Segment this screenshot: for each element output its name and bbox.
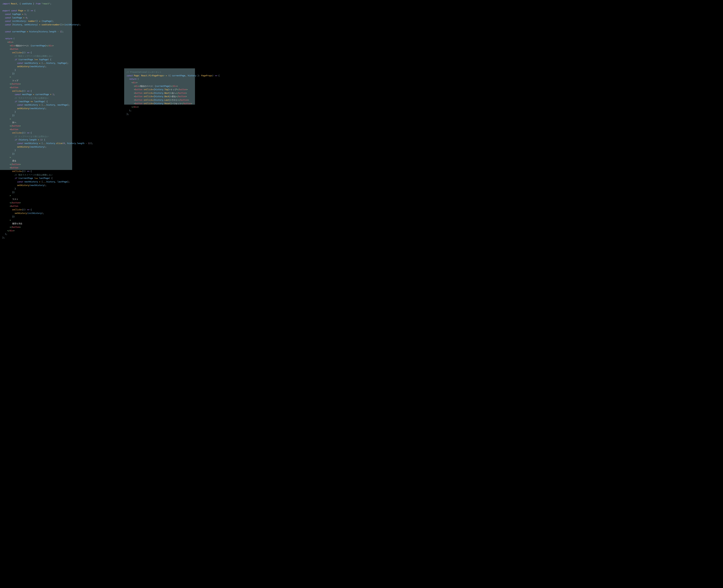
code-line: 次へ: [2, 121, 16, 124]
code-line: const nextHistory = [...history, nextPag…: [2, 104, 69, 106]
code-line: // 現在トップページの場合は移動しない: [2, 55, 53, 57]
code-line: <button onClick={history.Reset}>リセット</bu…: [126, 102, 192, 105]
code-line: const initHistory: number[] = [topPage];: [2, 20, 54, 22]
code-line: >: [2, 219, 11, 222]
code-line: const [history, setHistory] = useState<n…: [2, 23, 81, 26]
code-line: return (: [126, 78, 139, 80]
comment-presentational: // Presentationalコンポーネント: [126, 71, 162, 73]
code-line: <button: [2, 128, 18, 131]
button-reset-label: リセット: [173, 102, 181, 105]
button-last-label: ラスト: [12, 198, 18, 201]
code-line: );: [126, 109, 132, 112]
button-top-label: トップ: [12, 79, 18, 82]
text-current-page-label: 現在のページ:: [140, 85, 155, 87]
code-line: </button>: [2, 226, 21, 228]
code-line: }}: [2, 114, 15, 117]
code-line: }: [2, 69, 16, 71]
code-block-left: import React, { useState } from "react";…: [0, 0, 72, 170]
code-line: >: [2, 194, 11, 197]
code-line: </button>: [2, 125, 21, 127]
code-line: onClick={() => {: [2, 209, 32, 211]
code-line: </div>: [2, 230, 15, 232]
code-line: 履歴を消去: [2, 223, 22, 225]
button-reset-label: 履歴を消去: [12, 223, 22, 225]
comment-top-guard: // 現在トップページの場合は移動しない: [15, 55, 53, 57]
code-line: import React, { useState } from "react";: [2, 2, 51, 5]
code-line: setHistory(nextHistory);: [2, 184, 46, 187]
code-line: }}: [2, 215, 15, 218]
code-line: >: [2, 118, 11, 120]
code-line: export const Page = () => {: [2, 9, 35, 12]
code-line: }}: [2, 191, 15, 193]
code-line: onClick={() => {: [2, 132, 32, 134]
code-line: <div>現在のページ: {currentPage}</div>: [126, 85, 178, 87]
code-line: }: [2, 111, 16, 113]
code-line: setHistory(nextHistory);: [2, 65, 46, 68]
code-line: );: [2, 233, 7, 235]
code-line: if (currentPage !== topPage) {: [2, 58, 51, 61]
code-line: </button>: [2, 83, 21, 85]
code-line: setHistory(nextHistory);: [2, 107, 46, 110]
code-line: const nextHistory = [...history, lastPag…: [2, 181, 69, 183]
code-line: </button>: [2, 202, 21, 204]
code-line: };: [2, 236, 5, 239]
code-line: const topPage = 1;: [2, 13, 27, 15]
text-current-page-label: 現在のページ:: [16, 44, 31, 47]
code-line: setHistory(nextHistory);: [2, 146, 46, 148]
code-line: }: [2, 188, 16, 190]
code-line: ラスト: [2, 198, 18, 201]
comment-back-guard: // トップページより前には戻れない: [15, 135, 49, 138]
code-line: <button: [2, 205, 18, 207]
code-line: <button onClick={history.Top}>トップ</butto…: [126, 88, 188, 91]
code-line: }: [2, 149, 16, 151]
code-line: const currentPage = history[history.leng…: [2, 30, 63, 33]
code-line: <button: [2, 167, 18, 169]
code-line: };: [126, 113, 129, 115]
comment-lastpage-guard: // 現在ラストページの場合は移動しない: [15, 174, 53, 176]
page-root: import React, { useState } from "react";…: [0, 0, 209, 170]
code-line: <button onClick={history.Next}>次へ</butto…: [126, 92, 187, 94]
code-line: onClick={() => {: [2, 51, 32, 54]
code-line: // Presentationalコンポーネント: [126, 71, 162, 73]
code-line: >: [2, 156, 11, 159]
code-line: if (nextPage <= lastPage) {: [2, 100, 47, 103]
code-line: 戻る: [2, 160, 16, 162]
code-line: setHistory(initHistory);: [2, 212, 44, 214]
code-block-right: // Presentationalコンポーネント const Page: Rea…: [124, 68, 195, 105]
code-line: // ラストページより先には進めない: [2, 97, 49, 99]
code-line: <button onClick={history.Last}>ラスト</butt…: [126, 99, 189, 101]
comment-last-guard: // ラストページより先には進めない: [15, 97, 49, 99]
code-line: const lastPage = 4;: [2, 17, 28, 19]
code-line: </button>: [2, 163, 21, 166]
code-line: }}: [2, 153, 15, 155]
button-last-label: ラスト: [172, 99, 178, 101]
button-next-label: 次へ: [172, 92, 176, 94]
code-line: const Page: React.FC<PageProps> = ({ cur…: [126, 75, 220, 77]
code-line: if (currentPage !== lastPage) {: [2, 177, 53, 180]
code-line: トップ: [2, 79, 18, 82]
code-line: return (: [2, 37, 15, 40]
code-line: onClick={() => {: [2, 90, 32, 92]
button-top-label: トップ: [170, 88, 177, 91]
code-line: <button onClick={history.Back}>戻る</butto…: [126, 95, 187, 98]
code-line: >: [2, 76, 11, 78]
code-line: <button: [2, 48, 18, 50]
code-line: // 現在ラストページの場合は移動しない: [2, 174, 53, 176]
button-next-label: 次へ: [12, 121, 16, 124]
code-line: // トップページより前には戻れない: [2, 135, 49, 138]
button-back-label: 戻る: [12, 160, 16, 162]
code-line: const nextPage = currentPage + 1;: [2, 93, 55, 96]
code-line: <div>現在のページ: {currentPage}</div>: [2, 44, 54, 47]
button-back-label: 戻る: [172, 95, 176, 98]
code-line: <div>: [2, 41, 13, 43]
code-line: const nextHistory = [...history.slice(0,…: [2, 142, 93, 145]
code-line: </div>: [126, 106, 139, 108]
code-line: onClick={() => {: [2, 170, 32, 172]
code-line: const nextHistory = [...history, topPage…: [2, 62, 68, 64]
code-line: if (history.length > 1) {: [2, 139, 45, 141]
code-line: <div>: [126, 81, 138, 84]
code-line: <button: [2, 86, 18, 89]
code-line: }}: [2, 72, 15, 75]
